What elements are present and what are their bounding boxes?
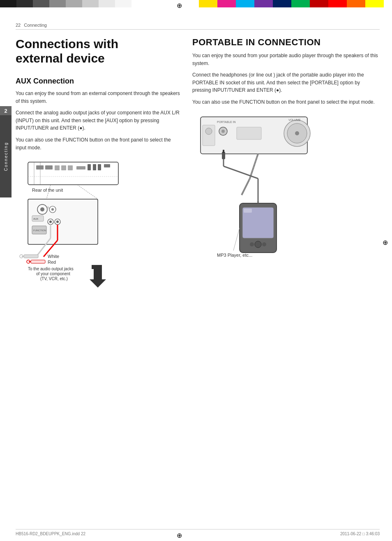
footer-left: HB516-RD2_BDEUPPK_ENG.indd 22 <box>16 532 85 536</box>
svg-text:White: White <box>48 254 59 259</box>
svg-rect-5 <box>55 165 60 170</box>
svg-rect-11 <box>98 164 101 170</box>
svg-point-69 <box>250 242 254 246</box>
svg-text:VOLUME: VOLUME <box>288 118 301 121</box>
top-color-bars-right <box>199 0 392 7</box>
page-number: 22 <box>16 23 21 28</box>
reg-mark-right: ⊕ <box>383 239 388 246</box>
footer-right: 2011-06-22 □ 3:46:03 <box>340 532 380 536</box>
portable-diagram-area: VOLUME PORTABLE IN <box>192 113 380 262</box>
svg-point-55 <box>205 128 212 135</box>
header-section-title: Connecting <box>24 23 47 28</box>
svg-point-26 <box>56 221 59 223</box>
svg-text:Rear of the unit: Rear of the unit <box>32 188 63 193</box>
svg-rect-4 <box>45 165 53 169</box>
right-column: PORTABLE IN connection You can enjoy the… <box>192 37 380 295</box>
portable-section-title: PORTABLE IN connection <box>192 37 380 48</box>
svg-text:(TV, VCR, etc.): (TV, VCR, etc.) <box>40 276 68 281</box>
svg-rect-61 <box>223 150 224 153</box>
top-color-bars <box>0 0 392 7</box>
svg-rect-36 <box>31 260 45 263</box>
page-footer: HB516-RD2_BDEUPPK_ENG.indd 22 2011-06-22… <box>16 529 380 536</box>
svg-text:L: L <box>48 206 49 209</box>
chapter-label: Connecting <box>4 142 8 171</box>
chapter-tab: Connecting <box>0 115 12 197</box>
svg-text:of your component: of your component <box>36 272 70 276</box>
svg-text:PORTABLE IN: PORTABLE IN <box>217 121 236 123</box>
portable-para1: You can enjoy the sound from your portab… <box>192 52 380 67</box>
top-color-bars-left <box>0 0 164 7</box>
svg-line-58 <box>242 179 250 195</box>
svg-rect-8 <box>76 166 85 169</box>
aux-para2: Connect the analog audio output jacks of… <box>16 109 180 132</box>
reg-mark-top: ⊕ <box>177 2 182 9</box>
svg-line-45 <box>77 185 98 199</box>
svg-line-57 <box>250 154 258 179</box>
svg-text:MP3 Player, etc...: MP3 Player, etc... <box>217 253 252 258</box>
portable-diagram-svg: VOLUME PORTABLE IN <box>192 113 328 261</box>
svg-point-24 <box>49 221 52 223</box>
svg-rect-67 <box>244 209 252 213</box>
svg-text:AUX: AUX <box>33 218 38 220</box>
svg-rect-10 <box>93 164 96 170</box>
svg-text:FUNCTION: FUNCTION <box>33 229 46 232</box>
aux-diagram-svg: Rear of the unit L AUX <box>16 158 155 294</box>
svg-point-49 <box>295 131 299 135</box>
portable-para2: Connect the headphones (or line out ) ja… <box>192 71 380 94</box>
aux-para1: You can enjoy the sound from an external… <box>16 90 180 105</box>
svg-rect-6 <box>61 165 66 170</box>
left-column: Connections with external device AUX Con… <box>16 37 180 295</box>
aux-section-title: AUX Connection <box>16 77 180 86</box>
svg-rect-9 <box>88 164 91 170</box>
main-title: Connections with external device <box>16 37 180 65</box>
svg-text:Red: Red <box>48 260 56 265</box>
aux-para3: You can also use the FUNCTION button on … <box>16 136 180 151</box>
portable-para3: You can also use the FUNCTION button on … <box>192 98 380 106</box>
svg-text:To the audio output jacks: To the audio output jacks <box>28 267 74 271</box>
aux-diagram-area: Rear of the unit L AUX <box>16 158 180 295</box>
svg-rect-12 <box>104 164 110 167</box>
svg-rect-7 <box>68 165 73 170</box>
svg-point-68 <box>255 241 261 248</box>
svg-point-20 <box>51 208 54 211</box>
page-header: 22 Connecting <box>16 23 380 30</box>
svg-point-70 <box>262 242 266 246</box>
two-column-layout: Connections with external device AUX Con… <box>16 37 380 295</box>
svg-point-17 <box>40 207 44 211</box>
svg-point-53 <box>221 130 225 133</box>
svg-rect-33 <box>24 255 38 258</box>
svg-rect-56 <box>237 127 261 139</box>
svg-rect-3 <box>36 165 44 169</box>
svg-line-73 <box>233 228 240 251</box>
chapter-number: 2 <box>0 106 12 115</box>
page-content: 22 Connecting Connections with external … <box>16 23 380 525</box>
